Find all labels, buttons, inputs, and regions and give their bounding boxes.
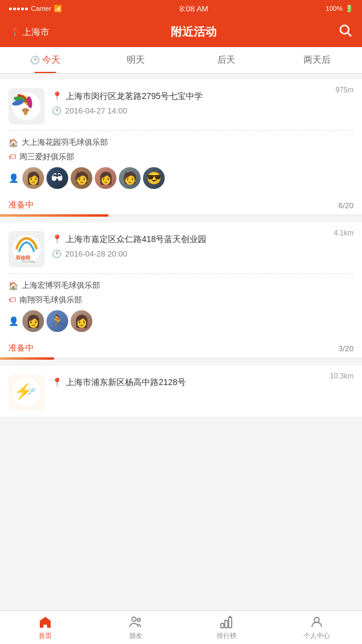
page-title: 附近活动 xyxy=(171,24,217,40)
nav-bar: 📍 上海市 附近活动 xyxy=(0,17,362,47)
activity-logo-2[interactable]: 羽你同 youchang xyxy=(8,231,45,267)
status-right: 100% 🔋 xyxy=(326,5,354,13)
participants-row-1: 👤 👩 🕶 🧑 👩 🧑 😎 xyxy=(8,167,354,189)
avatar-1-1: 👩 xyxy=(22,167,44,189)
tag-name-1: 周三爱好俱乐部 xyxy=(19,151,74,162)
wifi-icon: 📶 xyxy=(54,5,62,13)
tab-dayafter[interactable]: 后天 xyxy=(181,47,272,73)
card-time-1: 🕐 2016-04-27 14:00 xyxy=(52,106,354,115)
card-address-1: 📍 上海市闵行区龙茗路2795号七宝中学 xyxy=(52,91,354,103)
avatar-1-3: 🧑 xyxy=(71,167,92,189)
status-row-2: 准备中 3/20 xyxy=(0,338,362,357)
activity-card-3: ⚡ 🏸 📍 上海市浦东新区杨高中路2128号 10.3km xyxy=(0,366,362,416)
card-info-1: 📍 上海市闵行区龙茗路2795号七宝中学 🕐 2016-04-27 14:00 xyxy=(52,88,354,124)
progress-bar-fill-1 xyxy=(0,214,109,217)
svg-line-1 xyxy=(348,33,352,37)
count-badge-2: 3/20 xyxy=(338,344,354,353)
address-text-2: 上海市嘉定区众仁路418号蓝天创业园 xyxy=(66,234,206,246)
time-text-1: 2016-04-27 14:00 xyxy=(65,106,127,115)
card-bottom-1: 🏠 大上海花园羽毛球俱乐部 🏷 周三爱好俱乐部 👤 👩 🕶 🧑 👩 xyxy=(0,131,362,195)
card-bottom-2: 🏠 上海宏博羽毛球俱乐部 🏷 南翔羽毛球俱乐部 👤 👩 🏃 👩 xyxy=(0,274,362,338)
svg-point-0 xyxy=(340,25,349,34)
card-info-3: 📍 上海市浦东新区杨高中路2128号 xyxy=(52,374,354,410)
tab-twodaysafter[interactable]: 两天后 xyxy=(272,47,362,73)
tag-row-1: 🏷 周三爱好俱乐部 xyxy=(8,151,354,162)
address-text-3: 上海市浦东新区杨高中路2128号 xyxy=(66,377,186,389)
tag-name-2: 南翔羽毛球俱乐部 xyxy=(19,295,82,305)
tab-twodaysafter-label: 两天后 xyxy=(303,54,331,65)
tab-tomorrow-label: 明天 xyxy=(127,54,145,65)
progress-bar-wrap-1 xyxy=(0,214,362,217)
svg-text:youchang: youchang xyxy=(22,260,35,263)
carrier-label: Carrier xyxy=(31,5,51,12)
card-address-3: 📍 上海市浦东新区杨高中路2128号 xyxy=(52,377,354,389)
progress-bar-wrap-2 xyxy=(0,357,362,360)
location-pin-icon: 📍 xyxy=(10,27,20,37)
card-address-2: 📍 上海市嘉定区众仁路418号蓝天创业园 xyxy=(52,234,354,246)
tab-dayafter-label: 后天 xyxy=(217,54,235,65)
count-badge-1: 6/20 xyxy=(338,201,354,210)
svg-point-2 xyxy=(13,92,41,121)
participants-row-2: 👤 👩 🏃 👩 xyxy=(8,310,354,332)
avatar-list-1: 👩 🕶 🧑 👩 🧑 😎 xyxy=(22,167,165,189)
person-icon-1: 👤 xyxy=(8,173,19,183)
house-icon-1: 🏠 xyxy=(8,138,18,147)
tab-today-label: 今天 xyxy=(42,54,60,65)
activity-logo-1[interactable] xyxy=(8,88,45,124)
club-name-1: 大上海花园羽毛球俱乐部 xyxy=(22,137,108,148)
time-clock-icon-2: 🕐 xyxy=(52,249,62,258)
signal-dots: ●●●●● xyxy=(8,5,28,12)
avatar-list-2: 👩 🏃 👩 xyxy=(22,310,92,332)
avatar-1-6: 😎 xyxy=(143,167,165,189)
card-top-3: ⚡ 🏸 📍 上海市浦东新区杨高中路2128号 10.3km xyxy=(0,366,362,416)
activity-card-2: 羽你同 youchang 📍 上海市嘉定区众仁路418号蓝天创业园 🕐 2016… xyxy=(0,223,362,360)
distance-3: 10.3km xyxy=(330,372,354,380)
card-top-2: 羽你同 youchang 📍 上海市嘉定区众仁路418号蓝天创业园 🕐 2016… xyxy=(0,223,362,273)
card-info-2: 📍 上海市嘉定区众仁路418号蓝天创业园 🕐 2016-04-28 20:00 xyxy=(52,231,354,267)
club-row-1: 🏠 大上海花园羽毛球俱乐部 xyxy=(8,137,354,148)
avatar-1-2: 🕶 xyxy=(46,167,68,189)
progress-bar-fill-2 xyxy=(0,357,54,360)
date-tabs: 🕐今天 明天 后天 两天后 xyxy=(0,47,362,74)
card-time-2: 🕐 2016-04-28 20:00 xyxy=(52,249,354,258)
address-pin-icon-2: 📍 xyxy=(52,234,62,246)
time-text-2: 2016-04-28 20:00 xyxy=(65,249,127,258)
avatar-1-4: 👩 xyxy=(95,167,116,189)
activity-card-1: 📍 上海市闵行区龙茗路2795号七宝中学 🕐 2016-04-27 14:00 … xyxy=(0,80,362,217)
clock-tab-icon: 🕐 xyxy=(30,56,40,65)
status-bar: ●●●●● Carrier 📶 8:08 AM 100% 🔋 xyxy=(0,0,362,17)
tag-icon-1: 🏷 xyxy=(8,153,16,161)
activity-logo-3[interactable]: ⚡ 🏸 xyxy=(8,374,45,410)
distance-2: 4.1km xyxy=(334,229,354,237)
club-row-2: 🏠 上海宏博羽毛球俱乐部 xyxy=(8,280,354,291)
svg-point-9 xyxy=(24,109,28,115)
svg-text:🏸: 🏸 xyxy=(28,387,36,395)
search-button[interactable] xyxy=(338,23,352,41)
status-badge-1: 准备中 xyxy=(8,200,34,211)
tab-tomorrow[interactable]: 明天 xyxy=(91,47,181,73)
avatar-2-3: 👩 xyxy=(71,310,92,332)
house-icon-2: 🏠 xyxy=(8,281,18,290)
tab-today[interactable]: 🕐今天 xyxy=(0,47,91,73)
status-row-1: 准备中 6/20 xyxy=(0,195,362,214)
tag-row-2: 🏷 南翔羽毛球俱乐部 xyxy=(8,295,354,305)
distance-1: 975m xyxy=(335,86,354,94)
location-button[interactable]: 📍 上海市 xyxy=(10,27,49,38)
card-top-1: 📍 上海市闵行区龙茗路2795号七宝中学 🕐 2016-04-27 14:00 … xyxy=(0,80,362,130)
avatar-1-5: 🧑 xyxy=(119,167,141,189)
status-badge-2: 准备中 xyxy=(8,343,34,354)
avatar-2-2: 🏃 xyxy=(46,310,68,332)
avatar-2-1: 👩 xyxy=(22,310,44,332)
address-pin-icon-1: 📍 xyxy=(52,91,62,103)
address-text-1: 上海市闵行区龙茗路2795号七宝中学 xyxy=(66,91,203,103)
city-label: 上海市 xyxy=(22,27,49,38)
club-name-2: 上海宏博羽毛球俱乐部 xyxy=(22,280,100,291)
battery-label: 100% xyxy=(326,5,343,12)
battery-icon: 🔋 xyxy=(345,5,354,13)
status-time: 8:08 AM xyxy=(180,4,209,13)
time-clock-icon-1: 🕐 xyxy=(52,106,62,115)
tag-icon-2: 🏷 xyxy=(8,296,16,304)
person-icon-2: 👤 xyxy=(8,316,19,326)
status-left: ●●●●● Carrier 📶 xyxy=(8,5,62,13)
address-pin-icon-3: 📍 xyxy=(52,377,62,389)
